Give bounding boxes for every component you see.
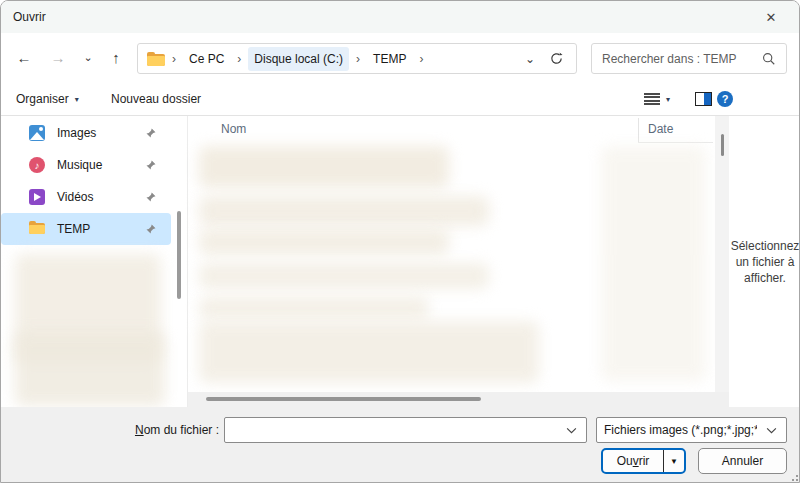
filetype-select[interactable]: Fichiers images (*.png;*.jpg;*.jp bbox=[596, 417, 787, 443]
back-button[interactable]: ← bbox=[9, 42, 39, 72]
sidebar-item-musique[interactable]: ♪ Musique bbox=[1, 149, 171, 181]
help-button[interactable]: ? bbox=[717, 83, 733, 115]
column-header-date[interactable]: Date bbox=[648, 122, 673, 136]
search-icon bbox=[762, 52, 776, 66]
up-button[interactable]: ↑ bbox=[101, 42, 131, 72]
scrollbar-thumb[interactable] bbox=[206, 397, 481, 401]
new-folder-button[interactable]: Nouveau dossier bbox=[111, 83, 201, 115]
open-dropdown-button[interactable]: ▼ bbox=[664, 450, 684, 472]
close-icon: ✕ bbox=[766, 10, 777, 25]
sidebar-item-label: Vidéos bbox=[57, 190, 145, 204]
filename-input[interactable] bbox=[225, 418, 557, 442]
file-list: Nom Date bbox=[191, 116, 713, 407]
sidebar-item-videos[interactable]: Vidéos bbox=[1, 181, 171, 213]
resize-grip[interactable] bbox=[788, 471, 798, 481]
filename-dropdown-button[interactable] bbox=[557, 427, 586, 434]
dialog-title: Ouvrir bbox=[13, 10, 46, 24]
refresh-icon bbox=[549, 51, 564, 66]
new-folder-label: Nouveau dossier bbox=[111, 92, 201, 106]
search-box[interactable] bbox=[591, 43, 787, 74]
navigation-bar: ← → ⌄ ↑ › Ce PC › Disque local (C:) › TE… bbox=[1, 33, 799, 83]
list-vertical-scrollbar[interactable] bbox=[715, 116, 729, 392]
pin-icon bbox=[145, 127, 157, 139]
breadcrumb-item-ce-pc[interactable]: Ce PC bbox=[183, 47, 230, 71]
recent-locations-button[interactable]: ⌄ bbox=[73, 42, 103, 72]
details-view-icon bbox=[644, 93, 660, 105]
folder-icon bbox=[29, 221, 45, 237]
sidebar-item-label: TEMP bbox=[57, 222, 145, 236]
address-dropdown-button[interactable]: ⌄ bbox=[515, 52, 545, 66]
organize-menu-button[interactable]: Organiser ▾ bbox=[16, 83, 79, 115]
breadcrumb-separator: › bbox=[349, 52, 367, 66]
dialog-footer: Nom du fichier : Fichiers images (*.png;… bbox=[1, 407, 800, 483]
breadcrumb-item-temp[interactable]: TEMP bbox=[367, 47, 412, 71]
blurred-file-row bbox=[199, 321, 539, 383]
preview-message: Sélectionnez un fichier à afficher. bbox=[729, 238, 800, 286]
open-label-pre: Ou bbox=[617, 454, 633, 468]
sidebar-scrollbar[interactable] bbox=[177, 211, 181, 299]
filetype-value: Fichiers images (*.png;*.jpg;*.jp bbox=[597, 423, 757, 437]
address-bar[interactable]: › Ce PC › Disque local (C:) › TEMP › ⌄ bbox=[137, 43, 577, 74]
search-input[interactable] bbox=[592, 44, 762, 73]
sidebar-item-temp[interactable]: TEMP bbox=[1, 213, 171, 245]
organize-label: Organiser bbox=[16, 92, 69, 106]
column-divider[interactable] bbox=[638, 118, 639, 142]
breadcrumb-item-disque-local[interactable]: Disque local (C:) bbox=[248, 47, 349, 71]
refresh-button[interactable] bbox=[545, 51, 576, 66]
list-horizontal-scrollbar[interactable] bbox=[188, 392, 729, 407]
help-icon: ? bbox=[717, 91, 733, 107]
navigation-pane: Images ♪ Musique Vidéos bbox=[1, 116, 171, 407]
up-icon: ↑ bbox=[112, 49, 120, 66]
blurred-file-row bbox=[199, 146, 449, 188]
open-file-dialog: Ouvrir ✕ ← → ⌄ ↑ › Ce PC › Disque local … bbox=[0, 0, 800, 483]
filename-label: Nom du fichier : bbox=[1, 423, 219, 437]
preview-pane-icon bbox=[695, 92, 712, 106]
sidebar-item-label: Images bbox=[57, 126, 145, 140]
sidebar-item-images[interactable]: Images bbox=[1, 117, 171, 149]
caret-down-icon: ▾ bbox=[75, 95, 79, 104]
open-button[interactable]: Ouvrir bbox=[603, 450, 663, 472]
filename-label-accesskey: N bbox=[135, 423, 144, 437]
music-icon: ♪ bbox=[29, 157, 45, 173]
filename-combobox[interactable] bbox=[224, 417, 587, 443]
open-label-post: rir bbox=[639, 454, 650, 468]
filename-label-post: om du fichier : bbox=[144, 423, 219, 437]
sidebar-item-label: Musique bbox=[57, 158, 145, 172]
pin-icon bbox=[145, 159, 157, 171]
caret-down-icon: ▾ bbox=[666, 95, 670, 104]
breadcrumb-separator: › bbox=[412, 52, 430, 66]
cancel-label: Annuler bbox=[722, 454, 763, 468]
chevron-down-icon: ⌄ bbox=[83, 51, 92, 64]
preview-pane-toggle[interactable] bbox=[695, 83, 712, 115]
forward-button[interactable]: → bbox=[43, 42, 73, 72]
scrollbar-thumb[interactable] bbox=[721, 134, 724, 156]
open-split-button[interactable]: Ouvrir ▼ bbox=[601, 448, 686, 474]
music-note-glyph: ♪ bbox=[35, 160, 40, 171]
blurred-sidebar-content bbox=[15, 331, 165, 406]
pin-icon bbox=[145, 191, 157, 203]
pin-icon bbox=[145, 223, 157, 235]
back-icon: ← bbox=[17, 49, 32, 66]
title-bar: Ouvrir ✕ bbox=[1, 1, 799, 33]
caret-down-icon: ▼ bbox=[670, 457, 678, 466]
filetype-dropdown-button[interactable] bbox=[757, 427, 786, 434]
view-mode-button[interactable]: ▾ bbox=[644, 83, 670, 115]
forward-icon: → bbox=[51, 49, 66, 66]
column-header-nom[interactable]: Nom bbox=[221, 122, 246, 136]
blurred-date-column bbox=[601, 146, 706, 381]
blurred-file-row bbox=[199, 229, 449, 255]
command-toolbar: Organiser ▾ Nouveau dossier ▾ ? bbox=[1, 83, 799, 116]
chevron-down-icon: ⌄ bbox=[525, 52, 535, 66]
cancel-button[interactable]: Annuler bbox=[698, 448, 787, 474]
pane-splitter[interactable] bbox=[187, 116, 188, 407]
folder-icon bbox=[147, 52, 165, 66]
blurred-file-row bbox=[199, 263, 489, 289]
header-underline bbox=[638, 142, 713, 143]
breadcrumb-separator: › bbox=[165, 52, 183, 66]
images-icon bbox=[29, 125, 45, 141]
videos-icon bbox=[29, 189, 45, 205]
close-button[interactable]: ✕ bbox=[749, 1, 793, 33]
blurred-file-row bbox=[199, 297, 429, 319]
chevron-down-icon bbox=[566, 427, 577, 434]
blurred-file-row bbox=[199, 196, 489, 226]
